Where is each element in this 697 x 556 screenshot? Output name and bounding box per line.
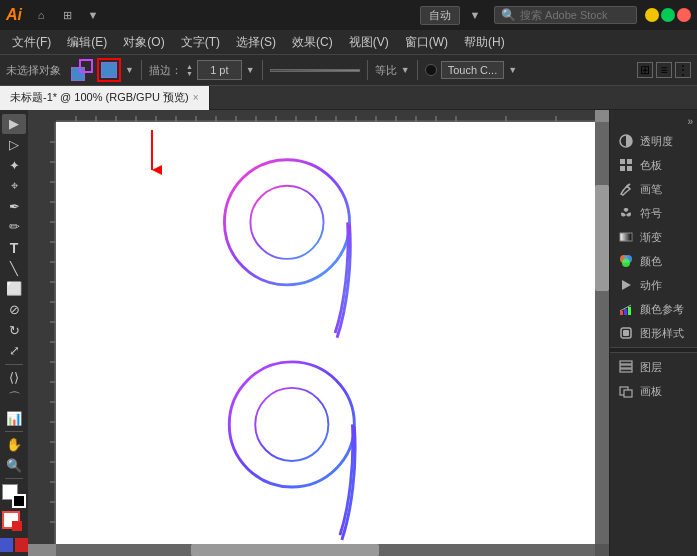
panel-item-opacity[interactable]: 透明度 <box>610 129 697 153</box>
search-input[interactable] <box>520 9 630 21</box>
bibi-label: 等比 <box>375 63 397 78</box>
layout-icon[interactable]: ⊞ <box>56 4 78 26</box>
menu-edit[interactable]: 编辑(E) <box>59 32 115 53</box>
gradient-icon <box>618 229 634 245</box>
swatch-dropdown-arrow[interactable]: ▼ <box>125 65 134 75</box>
tool-separator-3 <box>5 478 23 479</box>
menu-window[interactable]: 窗口(W) <box>397 32 456 53</box>
symbols-label: 符号 <box>640 206 662 221</box>
panel-item-color[interactable]: 颜色 <box>610 249 697 273</box>
zoom-tool[interactable]: 🔍 <box>2 456 26 476</box>
rectangle-tool[interactable]: ⬜ <box>2 279 26 299</box>
svg-rect-50 <box>620 159 625 164</box>
bibi-dropdown[interactable]: ▼ <box>401 65 410 75</box>
search-box[interactable]: 🔍 <box>494 6 637 24</box>
graph-tool[interactable]: 📊 <box>2 409 26 429</box>
hand-tool[interactable]: ✋ <box>2 435 26 455</box>
canvas-document[interactable] <box>56 122 595 544</box>
color-dot <box>425 64 437 76</box>
tab-main[interactable]: 未标题-1* @ 100% (RGB/GPU 预览) × <box>0 86 210 110</box>
panel-collapse-button[interactable]: » <box>687 116 693 127</box>
brushes-icon <box>618 181 634 197</box>
svg-rect-67 <box>620 365 632 368</box>
panel-item-layers[interactable]: 图层 <box>610 355 697 379</box>
stroke-fill-swap[interactable] <box>2 511 26 535</box>
menu-help[interactable]: 帮助(H) <box>456 32 513 53</box>
separator-4 <box>417 60 418 80</box>
color-swatch-widget[interactable] <box>2 484 26 508</box>
scale-tool[interactable]: ⤢ <box>2 341 26 361</box>
panel-item-gradient[interactable]: 渐变 <box>610 225 697 249</box>
toolbar: 未选择对象 ▼ 描边： ▲ ▼ ▼ 等比 ▼ Touch C... ▼ ⊞ ≡ … <box>0 54 697 86</box>
grid-view-button[interactable]: ⊞ <box>637 62 653 78</box>
stroke-value-input[interactable] <box>197 60 242 80</box>
panel-item-color-guide[interactable]: 颜色参考 <box>610 297 697 321</box>
warp-tool[interactable]: ⌒ <box>2 388 26 408</box>
app-logo: Ai <box>6 6 22 24</box>
artboards-label: 画板 <box>640 384 662 399</box>
pencil-tool[interactable]: ✏ <box>2 217 26 237</box>
menu-file[interactable]: 文件(F) <box>4 32 59 53</box>
svg-rect-61 <box>624 309 627 315</box>
minimize-button[interactable] <box>645 8 659 22</box>
touch-button[interactable]: Touch C... <box>441 61 505 79</box>
stroke-line-preview[interactable] <box>270 69 360 72</box>
maximize-button[interactable] <box>661 8 675 22</box>
stroke-spinners[interactable]: ▲ ▼ <box>186 63 193 77</box>
color-guide-label: 颜色参考 <box>640 302 684 317</box>
auto-button[interactable]: 自动 <box>420 6 460 25</box>
scrollbar-vertical[interactable] <box>595 122 609 544</box>
type-tool[interactable]: T <box>2 238 26 258</box>
panel-header: » <box>610 114 697 129</box>
panel-item-symbols[interactable]: 符号 <box>610 201 697 225</box>
menu-text[interactable]: 文字(T) <box>173 32 228 53</box>
svg-point-46 <box>250 186 323 259</box>
scrollbar-horizontal[interactable] <box>56 544 595 556</box>
swatches-icon <box>618 157 634 173</box>
panel-item-actions[interactable]: 动作 <box>610 273 697 297</box>
scrollbar-v-thumb[interactable] <box>595 185 609 291</box>
panel-item-graphic-styles[interactable]: 图形样式 <box>610 321 697 345</box>
panel-section-divider <box>610 347 697 353</box>
color-icon <box>618 253 634 269</box>
list-view-button[interactable]: ≡ <box>656 62 672 78</box>
stroke-color-bottom[interactable] <box>15 538 28 552</box>
tab-close-icon[interactable]: × <box>193 92 199 103</box>
fill-stroke-widget[interactable] <box>71 59 93 81</box>
rotate-tool[interactable]: ↻ <box>2 320 26 340</box>
dropdown-icon[interactable]: ▼ <box>82 4 104 26</box>
scrollbar-h-thumb[interactable] <box>191 544 380 556</box>
close-button[interactable] <box>677 8 691 22</box>
svg-rect-55 <box>620 233 632 241</box>
menu-effect[interactable]: 效果(C) <box>284 32 341 53</box>
pen-tool[interactable]: ✒ <box>2 197 26 217</box>
artboards-icon <box>618 383 634 399</box>
menu-view[interactable]: 视图(V) <box>341 32 397 53</box>
panel-item-swatches[interactable]: 色板 <box>610 153 697 177</box>
opacity-icon <box>618 133 634 149</box>
lasso-tool[interactable]: ⌖ <box>2 176 26 196</box>
scrollbar-corner <box>595 544 609 556</box>
menu-object[interactable]: 对象(O) <box>115 32 172 53</box>
direct-selection-tool[interactable]: ▷ <box>2 135 26 155</box>
menu-select[interactable]: 选择(S) <box>228 32 284 53</box>
stroke-unit-dropdown[interactable]: ▼ <box>246 65 255 75</box>
magic-wand-tool[interactable]: ✦ <box>2 155 26 175</box>
svg-rect-60 <box>620 311 623 315</box>
fill-color-bottom[interactable] <box>0 538 13 552</box>
paintbrush-tool[interactable]: ⊘ <box>2 300 26 320</box>
layers-icon <box>618 359 634 375</box>
ruler-corner <box>28 110 56 122</box>
canvas-area[interactable] <box>28 110 609 556</box>
stroke-highlight-box[interactable] <box>97 58 121 82</box>
auto-dropdown-icon[interactable]: ▼ <box>464 4 486 26</box>
home-icon[interactable]: ⌂ <box>30 4 52 26</box>
panel-item-artboards[interactable]: 画板 <box>610 379 697 403</box>
line-tool[interactable]: ╲ <box>2 258 26 278</box>
width-tool[interactable]: ⟨⟩ <box>2 367 26 387</box>
more-options-button[interactable]: ⋮ <box>675 62 691 78</box>
selection-tool[interactable]: ▶ <box>2 114 26 134</box>
title-icons: ⌂ ⊞ ▼ <box>30 4 104 26</box>
panel-item-brushes[interactable]: 画笔 <box>610 177 697 201</box>
touch-dropdown[interactable]: ▼ <box>508 65 517 75</box>
